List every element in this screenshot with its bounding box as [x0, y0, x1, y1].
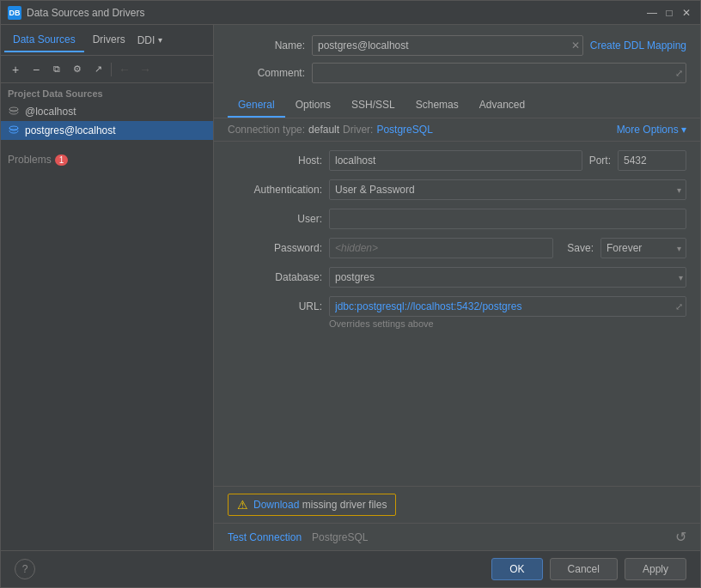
name-input[interactable]: [312, 35, 583, 56]
copy-button[interactable]: ⧉: [47, 60, 66, 79]
tab-ddi[interactable]: DDI: [134, 29, 159, 52]
conn-type-value: default: [308, 124, 339, 136]
auth-label: Authentication:: [228, 184, 322, 196]
save-select-wrap: Forever Until restart Never ▾: [600, 238, 686, 258]
tab-ssh-ssl[interactable]: SSH/SSL: [341, 94, 405, 118]
url-row-inner: URL: ⤢: [228, 296, 686, 317]
app-icon: DB: [8, 6, 21, 20]
fields-section: Host: Port: Authentication: User & Passw…: [214, 142, 700, 486]
tab-data-sources[interactable]: Data Sources: [4, 28, 84, 52]
tab-schemas[interactable]: Schemas: [405, 94, 469, 118]
database-input[interactable]: [329, 267, 686, 288]
database-label: Database:: [228, 271, 322, 283]
database-row: Database: ▾: [228, 267, 686, 288]
help-button[interactable]: ?: [15, 559, 35, 579]
main-window: DB Data Sources and Drivers — □ ✕ Data S…: [0, 0, 701, 588]
conn-type-prefix: Connection type:: [228, 124, 305, 136]
tab-advanced[interactable]: Advanced: [469, 94, 535, 118]
port-input[interactable]: [618, 150, 686, 171]
download-text: Download missing driver files: [253, 499, 387, 511]
window-title: Data Sources and Drivers: [27, 7, 645, 19]
back-button[interactable]: ←: [115, 60, 134, 79]
right-panel: Name: ✕ Create DDL Mapping Comment: ⤢: [214, 25, 700, 550]
auth-select-wrap: User & Password No auth PgPass SSH tunne…: [329, 179, 686, 200]
auth-select[interactable]: User & Password No auth PgPass SSH tunne…: [329, 179, 686, 200]
user-input[interactable]: [329, 209, 686, 229]
comment-label: Comment:: [228, 67, 305, 79]
warning-icon: ⚠: [237, 498, 248, 512]
create-ddl-link[interactable]: Create DDL Mapping: [590, 39, 686, 52]
apply-button[interactable]: Apply: [625, 558, 686, 580]
url-input[interactable]: [329, 296, 686, 317]
comment-input[interactable]: [312, 63, 686, 83]
download-link-text: Download: [253, 499, 299, 511]
url-label: URL:: [228, 300, 322, 312]
database-input-wrap: ▾: [329, 267, 686, 288]
download-section: ⚠ Download missing driver files: [214, 486, 700, 523]
tab-general[interactable]: General: [228, 94, 285, 118]
host-label: Host:: [228, 155, 322, 167]
left-toolbar: + − ⧉ ⚙ ↗ ← →: [1, 56, 213, 83]
overrides-text: Overrides settings above: [228, 318, 434, 329]
port-label: Port:: [589, 155, 611, 167]
tab-dropdown-arrow[interactable]: ▾: [158, 35, 162, 45]
auth-row: Authentication: User & Password No auth …: [228, 179, 686, 200]
password-label: Password:: [228, 242, 322, 254]
left-panel: Data Sources Drivers DDI ▾ + − ⧉ ⚙ ↗ ← →: [1, 25, 214, 550]
name-section: Name: ✕ Create DDL Mapping Comment: ⤢: [214, 25, 700, 94]
name-clear-button[interactable]: ✕: [571, 39, 580, 52]
password-input[interactable]: [329, 238, 553, 258]
tree-label-localhost: @localhost: [25, 106, 76, 118]
password-row: Password: Save: Forever Until restart Ne…: [228, 238, 686, 258]
svg-point-0: [9, 107, 18, 111]
name-input-wrap: ✕: [312, 35, 583, 56]
left-tab-bar: Data Sources Drivers DDI ▾: [1, 25, 213, 56]
cancel-button[interactable]: Cancel: [550, 558, 618, 580]
title-bar: DB Data Sources and Drivers — □ ✕: [1, 1, 700, 25]
problems-section: Problems 1: [1, 147, 213, 173]
tree-item-postgres-localhost[interactable]: postgres@localhost: [1, 121, 213, 140]
add-button[interactable]: +: [6, 60, 25, 79]
tree-item-localhost[interactable]: @localhost: [1, 102, 213, 121]
user-row: User:: [228, 209, 686, 229]
conn-driver-link[interactable]: PostgreSQL: [376, 124, 432, 136]
problems-label: Problems: [8, 154, 52, 166]
user-label: User:: [228, 213, 322, 225]
close-button[interactable]: ✕: [680, 6, 693, 20]
url-expand-button[interactable]: ⤢: [675, 301, 683, 312]
maximize-button[interactable]: □: [662, 6, 676, 20]
reset-button[interactable]: ↺: [675, 529, 686, 545]
url-section: URL: ⤢ Overrides settings above: [228, 296, 686, 329]
download-warning-box[interactable]: ⚠ Download missing driver files: [228, 494, 396, 516]
problems-badge: 1: [55, 155, 69, 166]
export-button[interactable]: ↗: [88, 60, 107, 79]
comment-expand-button[interactable]: ⤢: [675, 68, 683, 79]
dialog-footer: ? OK Cancel Apply: [1, 550, 700, 587]
tab-options[interactable]: Options: [285, 94, 341, 118]
settings-button[interactable]: ⚙: [68, 60, 87, 79]
section-label: Project Data Sources: [1, 83, 213, 102]
ok-button[interactable]: OK: [491, 558, 542, 580]
test-connection-link[interactable]: Test Connection: [228, 531, 302, 543]
bottom-bar: Test Connection PostgreSQL ↺: [214, 523, 700, 550]
tab-drivers[interactable]: Drivers: [84, 28, 134, 52]
database-expand-button[interactable]: ▾: [679, 273, 683, 282]
tree-icon-localhost: [8, 106, 20, 118]
forward-button[interactable]: →: [136, 60, 155, 79]
remove-button[interactable]: −: [27, 60, 46, 79]
svg-point-1: [9, 126, 18, 130]
save-label: Save:: [567, 242, 594, 254]
detail-tabs: General Options SSH/SSL Schemas Advanced: [214, 94, 700, 118]
conn-driver-prefix: Driver:: [343, 124, 373, 136]
url-input-wrap: ⤢: [329, 296, 686, 317]
toolbar-separator: [111, 63, 112, 76]
tree-icon-postgres: [8, 124, 20, 136]
comment-row: Comment: ⤢: [228, 63, 686, 83]
connection-info-bar: Connection type: default Driver: Postgre…: [214, 118, 700, 142]
comment-input-wrap: ⤢: [312, 63, 686, 83]
save-select[interactable]: Forever Until restart Never: [600, 238, 686, 258]
tree-label-postgres: postgres@localhost: [25, 124, 116, 136]
more-options-link[interactable]: More Options ▾: [617, 124, 686, 136]
minimize-button[interactable]: —: [645, 6, 659, 20]
host-input[interactable]: [329, 150, 582, 171]
